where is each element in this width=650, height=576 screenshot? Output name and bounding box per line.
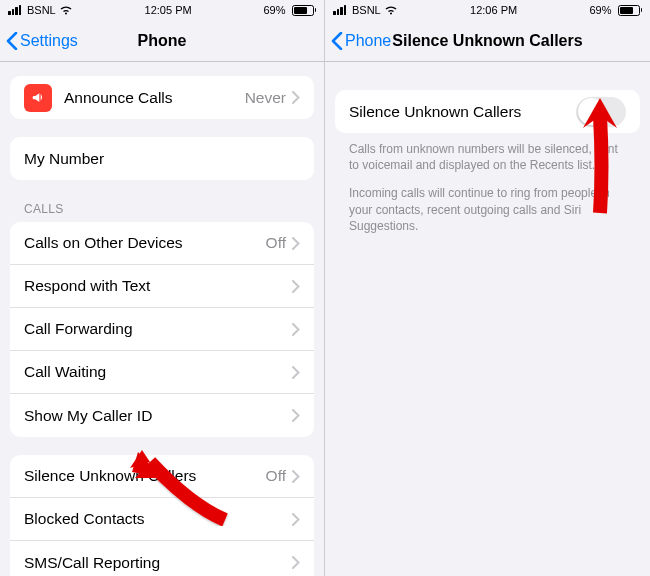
row-sms-call-reporting[interactable]: SMS/Call Reporting: [10, 541, 314, 576]
group-announce: Announce Calls Never: [10, 76, 314, 119]
chevron-right-icon: [292, 237, 300, 250]
row-label: Show My Caller ID: [24, 407, 292, 425]
back-label: Phone: [345, 32, 391, 50]
back-button[interactable]: Settings: [6, 32, 78, 50]
screen-silence-unknown: BSNL 12:06 PM 69% Phone Silence Unknown …: [325, 0, 650, 576]
page-title: Silence Unknown Callers: [392, 32, 582, 50]
description-text-1: Calls from unknown numbers will be silen…: [325, 133, 650, 173]
row-label: Calls on Other Devices: [24, 234, 266, 252]
clock: 12:05 PM: [145, 4, 192, 16]
row-value: Never: [245, 89, 286, 107]
battery-icon: [289, 5, 317, 16]
row-silence-unknown-callers[interactable]: Silence Unknown Callers Off: [10, 455, 314, 498]
chevron-right-icon: [292, 366, 300, 379]
screen-phone-settings: BSNL 12:05 PM 69% Settings Phone Announc…: [0, 0, 325, 576]
row-label: Respond with Text: [24, 277, 292, 295]
battery-percent: 69%: [589, 4, 611, 16]
row-value: Off: [266, 234, 286, 252]
chevron-right-icon: [292, 470, 300, 483]
back-label: Settings: [20, 32, 78, 50]
row-call-forwarding[interactable]: Call Forwarding: [10, 308, 314, 351]
group-calls: Calls on Other Devices Off Respond with …: [10, 222, 314, 437]
row-show-caller-id[interactable]: Show My Caller ID: [10, 394, 314, 437]
group-silence: Silence Unknown Callers Off Blocked Cont…: [10, 455, 314, 576]
row-label: My Number: [24, 150, 300, 168]
section-header-calls: CALLS: [0, 180, 324, 222]
row-respond-with-text[interactable]: Respond with Text: [10, 265, 314, 308]
status-bar: BSNL 12:05 PM 69%: [0, 0, 324, 20]
nav-bar: Settings Phone: [0, 20, 324, 62]
battery-icon: [615, 5, 643, 16]
page-title: Phone: [138, 32, 187, 50]
row-call-waiting[interactable]: Call Waiting: [10, 351, 314, 394]
chevron-right-icon: [292, 91, 300, 104]
wifi-icon: [384, 5, 398, 15]
row-label: Announce Calls: [64, 89, 245, 107]
row-silence-toggle: Silence Unknown Callers: [335, 90, 640, 133]
signal-icon: [8, 5, 21, 15]
row-announce-calls[interactable]: Announce Calls Never: [10, 76, 314, 119]
group-mynumber: My Number: [10, 137, 314, 180]
row-label: Call Waiting: [24, 363, 292, 381]
row-calls-other-devices[interactable]: Calls on Other Devices Off: [10, 222, 314, 265]
carrier-label: BSNL: [352, 4, 381, 16]
chevron-right-icon: [292, 323, 300, 336]
row-value: Off: [266, 467, 286, 485]
chevron-left-icon: [331, 32, 343, 50]
chevron-right-icon: [292, 280, 300, 293]
nav-bar: Phone Silence Unknown Callers: [325, 20, 650, 62]
row-label: Silence Unknown Callers: [349, 103, 576, 121]
announce-icon: [24, 84, 52, 112]
silence-toggle[interactable]: [576, 97, 626, 127]
row-my-number[interactable]: My Number: [10, 137, 314, 180]
row-label: Silence Unknown Callers: [24, 467, 266, 485]
carrier-label: BSNL: [27, 4, 56, 16]
signal-icon: [333, 5, 346, 15]
clock: 12:06 PM: [470, 4, 517, 16]
chevron-right-icon: [292, 409, 300, 422]
row-label: SMS/Call Reporting: [24, 554, 292, 572]
row-blocked-contacts[interactable]: Blocked Contacts: [10, 498, 314, 541]
row-label: Call Forwarding: [24, 320, 292, 338]
description-text-2: Incoming calls will continue to ring fro…: [325, 173, 650, 234]
status-bar: BSNL 12:06 PM 69%: [325, 0, 650, 20]
chevron-left-icon: [6, 32, 18, 50]
battery-percent: 69%: [263, 4, 285, 16]
back-button[interactable]: Phone: [331, 32, 391, 50]
wifi-icon: [59, 5, 73, 15]
chevron-right-icon: [292, 513, 300, 526]
row-label: Blocked Contacts: [24, 510, 292, 528]
group-silence-toggle: Silence Unknown Callers: [335, 90, 640, 133]
chevron-right-icon: [292, 556, 300, 569]
toggle-knob: [578, 98, 605, 125]
